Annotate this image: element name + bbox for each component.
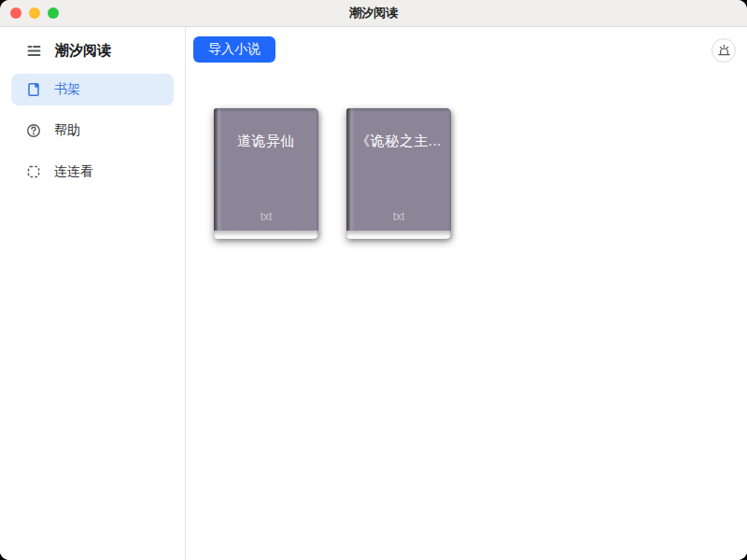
sidebar-item-label: 连连看 (54, 163, 93, 180)
book-format-label: txt (214, 210, 318, 223)
window-title: 潮汐阅读 (349, 5, 398, 21)
app-window: 潮汐阅读 潮汐阅读 (0, 0, 747, 560)
book-title: 道诡异仙 (214, 133, 318, 150)
titlebar: 潮汐阅读 (0, 0, 747, 27)
sidebar-item-label: 书架 (54, 81, 80, 98)
book-pages-edge (346, 231, 451, 239)
close-button[interactable] (10, 7, 21, 19)
question-circle-icon (26, 123, 41, 138)
book-pages-edge (214, 231, 318, 239)
traffic-lights (10, 7, 59, 19)
minimize-button[interactable] (29, 7, 40, 19)
import-novel-button[interactable]: 导入小说 (193, 36, 275, 63)
sidebar-app-header: 潮汐阅读 (0, 36, 185, 64)
book-title: 《诡秘之主... (346, 133, 451, 150)
sidebar-item-label: 帮助 (54, 122, 80, 139)
dashed-square-icon (26, 164, 41, 179)
sidebar-item-bookshelf[interactable]: 书架 (11, 74, 174, 105)
main-content: 导入小说 道诡异仙 txt (186, 27, 747, 560)
sidebar-item-lianliankan[interactable]: 连连看 (11, 156, 174, 188)
menu-fold-icon (26, 43, 42, 59)
notebook-icon (26, 82, 41, 97)
siren-icon (717, 44, 731, 58)
alarm-button[interactable] (712, 38, 736, 63)
book-format-label: txt (346, 210, 451, 223)
zoom-button[interactable] (48, 7, 59, 19)
book-cover[interactable]: 《诡秘之主... txt (346, 108, 451, 239)
bookshelf-grid: 道诡异仙 txt 《诡秘之主... txt (186, 63, 747, 239)
sidebar-app-title: 潮汐阅读 (55, 42, 111, 60)
sidebar: 潮汐阅读 书架 帮 (0, 27, 186, 560)
book-cover[interactable]: 道诡异仙 txt (214, 108, 318, 239)
sidebar-item-help[interactable]: 帮助 (11, 115, 174, 147)
